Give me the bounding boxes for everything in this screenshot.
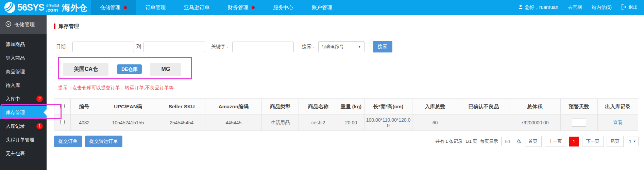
search-type-value: 包裹追踪号 (322, 44, 344, 50)
page-header: 库存管理 (47, 15, 644, 36)
warehouse-tab-de[interactable]: DE仓库 (117, 64, 142, 74)
current-page-indicator: 1 (569, 137, 579, 146)
main-content: 库存管理 日期： 到 关键字： 搜索： 包裹追踪号 ▼ 搜索 美国CA仓 DE仓… (47, 15, 644, 170)
sidebar-item-inventory-management[interactable]: 库存管理 (0, 106, 47, 119)
col-amazon-code: Amazon编码 (205, 99, 262, 114)
sidebar-item-label: 待入库 (6, 82, 20, 88)
sidebar-item-first-leg-orders[interactable]: 头程订单管理 (0, 133, 47, 146)
sidebar-header-warehouse[interactable]: 仓储管理 (0, 15, 47, 34)
cell-amazon-code: 445445 (205, 114, 262, 131)
prev-page-button[interactable]: 上一页 (545, 136, 566, 147)
logout-button[interactable]: 退出 (621, 4, 638, 11)
col-confirmed-defective: 已确认不良品 (458, 99, 509, 114)
nav-warehouse-management[interactable]: 仓储管理 (91, 0, 136, 15)
sidebar-menu: 添加商品 导入商品 商品管理 待入库 入库中 2 库存管理 入库记录 1 (0, 34, 47, 160)
warehouse-tab-mg[interactable]: MG (150, 63, 181, 76)
page-title: 库存管理 (58, 23, 79, 30)
nav-label: 亚马逊订单 (184, 4, 209, 11)
top-header: 56SYS 全球物流通 .com 海外仓 仓储管理 订单管理 亚马逊订单 财务管… (0, 0, 644, 15)
per-page-input[interactable] (501, 137, 514, 146)
logo-icon (4, 2, 16, 13)
user-greeting[interactable]: 您好，ruanruan (518, 4, 558, 11)
nav-label: 财务管理 (228, 4, 248, 11)
col-warning-days: 预警天数 (560, 99, 597, 114)
bulk-actions: 提交订单 提交转运订单 (54, 136, 122, 147)
col-seller-sku: Seller SKU (158, 99, 205, 114)
col-in-out-records: 出入库记录 (597, 99, 638, 114)
keyword-input[interactable] (232, 42, 294, 52)
cell-warning-days (560, 114, 597, 131)
sidebar-item-label: 导入商品 (6, 55, 25, 61)
cell-total-inbound: 60 (412, 114, 458, 131)
sidebar-item-label: 入库中 (6, 96, 20, 102)
records-summary: 共有 1 条记录 (435, 138, 462, 144)
nav-finance-management[interactable]: 财务管理 (219, 0, 264, 15)
official-site-link[interactable]: 去官网 (568, 4, 582, 11)
sidebar-item-inbound-in-progress[interactable]: 入库中 2 (0, 92, 47, 106)
sidebar-item-pending-inbound[interactable]: 待入库 (0, 78, 47, 92)
col-dimensions: 长*宽*高(cm) (365, 99, 412, 114)
filter-bar: 日期： 到 关键字： 搜索： 包裹追踪号 ▼ 搜索 (56, 41, 644, 52)
nav-label: 订单管理 (145, 4, 166, 11)
title-accent-bar (54, 24, 55, 29)
notification-dot (124, 6, 127, 9)
nav-amazon-orders[interactable]: 亚马逊订单 (175, 0, 219, 15)
circle-chevron-icon (5, 21, 11, 28)
nav-account-management[interactable]: 账户管理 (303, 0, 341, 15)
submit-order-button[interactable]: 提交订单 (54, 136, 82, 147)
nav-service-center[interactable]: 服务中心 (264, 0, 303, 15)
sidebar-item-add-product[interactable]: 添加商品 (0, 37, 47, 51)
search-type-label: 搜索： (302, 44, 316, 50)
last-page-button[interactable]: 尾页 (607, 136, 624, 147)
per-page-unit: 条 (517, 138, 522, 144)
cell-total-volume: 79200000.00 (509, 114, 561, 131)
date-to-input[interactable] (143, 42, 205, 52)
page-jump-value: 1 (629, 139, 631, 144)
first-page-button[interactable]: 首页 (525, 136, 542, 147)
per-page-label: 每页展示 (480, 138, 498, 144)
sidebar-item-inbound-records[interactable]: 入库记录 1 (0, 119, 47, 133)
table-header-row: 编号 UPC/EAN码 Seller SKU Amazon编码 商品类型 商品名… (54, 99, 638, 114)
date-from-input[interactable] (72, 42, 134, 52)
active-item-arrow (44, 109, 47, 115)
sidebar-item-label: 入库记录 (6, 123, 25, 129)
app-window: 56SYS 全球物流通 .com 海外仓 仓储管理 订单管理 亚马逊订单 财务管… (0, 0, 644, 170)
cell-upc-ean: 105452415155 (98, 114, 158, 131)
nav-label: 账户管理 (312, 4, 332, 11)
col-total-inbound: 入库总数 (412, 99, 458, 114)
sidebar-item-unclaimed-packages[interactable]: 无主包裹 (0, 146, 47, 160)
logout-label: 退出 (628, 4, 638, 11)
search-button[interactable]: 搜索 (373, 41, 392, 52)
next-page-button[interactable]: 下一页 (582, 136, 604, 147)
user-icon (518, 4, 523, 11)
sidebar-item-label: 添加商品 (6, 42, 25, 47)
select-all-checkbox[interactable] (60, 104, 65, 108)
search-type-select[interactable]: 包裹追踪号 ▼ (318, 41, 365, 52)
row-select-cell (54, 114, 71, 131)
view-records-link[interactable]: 查看 (613, 120, 623, 125)
sidebar-item-product-management[interactable]: 商品管理 (0, 65, 47, 78)
col-id: 编号 (70, 99, 98, 114)
cell-seller-sku: 254545454 (158, 114, 205, 131)
nav-order-management[interactable]: 订单管理 (136, 0, 175, 15)
warning-days-input[interactable] (572, 119, 586, 127)
hint-text: 提示：点击仓库可以提交订单、转运订单,不良品订单等 (58, 85, 644, 91)
row-checkbox[interactable] (60, 120, 65, 124)
sidebar-item-import-product[interactable]: 导入商品 (0, 51, 47, 65)
cell-weight: 20.00 (338, 114, 365, 131)
site-messages-link[interactable]: 站内信(6) (592, 4, 612, 11)
chevron-down-icon: ▼ (633, 140, 636, 143)
notification-dot (252, 6, 255, 9)
greeting-text: 您好，ruanruan (525, 4, 558, 11)
submit-transfer-order-button[interactable]: 提交转运订单 (85, 136, 122, 147)
page-info: 1/1 页 (465, 138, 477, 144)
table-row: 4032 105452415155 254545454 445445 生活用品 … (54, 114, 638, 131)
col-product-name: 商品名称 (299, 99, 338, 114)
cell-in-out-records: 查看 (597, 114, 638, 131)
product-name: 海外仓 (62, 2, 87, 13)
warehouse-tab-us-ca[interactable]: 美国CA仓 (63, 63, 108, 76)
sidebar-header-label: 仓储管理 (14, 21, 35, 28)
nav-label: 服务中心 (273, 4, 293, 11)
logo[interactable]: 56SYS 全球物流通 .com 海外仓 (0, 0, 91, 15)
page-jump-select[interactable]: 1 ▼ (627, 137, 639, 146)
